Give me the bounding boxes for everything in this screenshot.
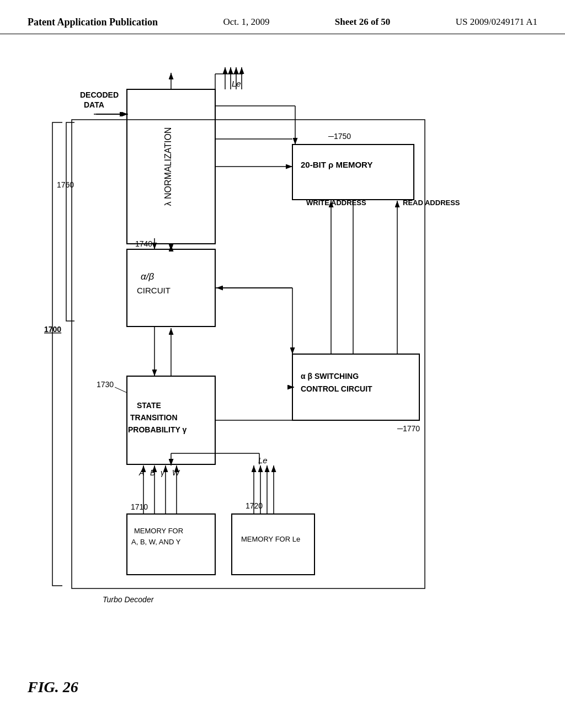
mem-abwy-label2: A, B, W, AND Y — [131, 538, 181, 546]
ref-1700-bracket — [52, 122, 62, 586]
figure-label: FIG. 26 — [28, 678, 78, 696]
page-header: Patent Application Publication Oct. 1, 2… — [0, 0, 565, 34]
mem-le-label: MEMORY FOR Le — [241, 535, 300, 543]
state-label2: TRANSITION — [130, 413, 178, 422]
normalization-label: λ NORMALIZATION — [163, 127, 173, 206]
sheet-info: Sheet 26 of 50 — [335, 17, 391, 28]
mem-abwy-label1: MEMORY FOR — [134, 527, 183, 535]
ref-1760-bracket — [66, 122, 74, 321]
publication-date: Oct. 1, 2009 — [223, 17, 269, 28]
state-label1: STATE — [137, 401, 161, 410]
write-address-label: WRITE ADDRESS — [306, 199, 366, 207]
label-a: A — [138, 468, 144, 477]
ref-1730: 1730 — [97, 380, 114, 389]
alpha-beta-label2: CIRCUIT — [137, 286, 170, 295]
ref-1750: ─1750 — [328, 132, 351, 141]
ref-1710: 1710 — [131, 502, 148, 511]
read-address-label: READ ADDRESS — [403, 199, 460, 207]
memory-label: 20-BIT ρ MEMORY — [301, 160, 372, 169]
switching-label1: α β SWITCHING — [301, 372, 359, 381]
state-label3: PROBABILITY γ — [128, 425, 187, 434]
ref-1740: ─1740 — [129, 239, 152, 248]
ref-1770: ─1770 — [397, 424, 420, 433]
circuit-diagram: λ NORMALIZATION DECODED DATA Le 20-BIT ρ… — [0, 34, 565, 718]
label-b: B — [150, 468, 155, 477]
label-gamma: γ — [161, 468, 165, 477]
ref-1730-line — [115, 387, 127, 393]
alpha-beta-label1: α/β — [141, 271, 154, 282]
diagram-area: λ NORMALIZATION DECODED DATA Le 20-BIT ρ… — [0, 34, 565, 718]
memory-block — [292, 144, 414, 200]
label-w: W — [172, 468, 180, 477]
memory-le-block — [232, 514, 315, 575]
publication-title: Patent Application Publication — [28, 17, 158, 28]
decoded-data-label: DECODED — [80, 90, 119, 99]
decoded-data-label2: DATA — [84, 100, 104, 109]
patent-number: US 2009/0249171 A1 — [456, 17, 537, 28]
switching-label2: CONTROL CIRCUIT — [301, 384, 372, 393]
ab-sw-connect — [215, 288, 292, 387]
turbo-decoder-label: Turbo Decoder — [103, 595, 154, 604]
